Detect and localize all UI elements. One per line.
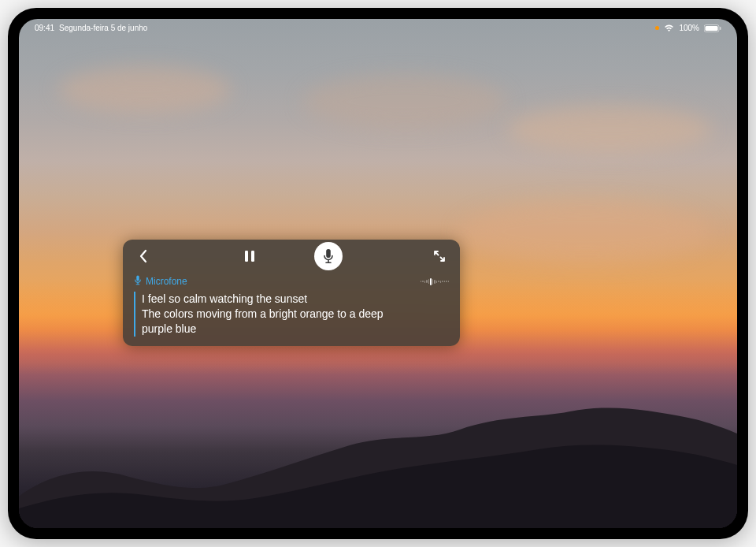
panel-toolbar xyxy=(123,240,460,273)
transcript-line: The colors moving from a bright orange t… xyxy=(142,307,449,322)
expand-button[interactable] xyxy=(430,247,449,266)
audio-waveform-icon xyxy=(421,278,450,285)
pause-button[interactable] xyxy=(240,247,259,266)
location-indicator-icon xyxy=(655,26,659,30)
battery-percentage: 100% xyxy=(679,24,699,32)
battery-icon xyxy=(704,24,721,32)
panel-body: Microfone xyxy=(123,273,460,346)
svg-rect-4 xyxy=(251,251,254,262)
live-captions-panel[interactable]: Microfone xyxy=(123,240,460,346)
transcript-line: I feel so calm watching the sunset xyxy=(142,292,449,307)
status-time: 09:41 xyxy=(35,24,54,32)
wallpaper-mountains xyxy=(19,370,737,528)
svg-rect-2 xyxy=(720,27,721,30)
wifi-icon xyxy=(664,24,674,32)
status-bar: 09:41 Segunda-feira 5 de junho 100% xyxy=(19,24,737,32)
ipad-frame: 09:41 Segunda-feira 5 de junho 100% xyxy=(8,8,748,539)
microphone-icon xyxy=(134,274,142,288)
source-row: Microfone xyxy=(134,274,449,288)
svg-rect-5 xyxy=(326,249,331,258)
home-screen: 09:41 Segunda-feira 5 de junho 100% xyxy=(19,19,737,528)
svg-rect-3 xyxy=(245,251,248,262)
transcript-block: I feel so calm watching the sunset The c… xyxy=(134,292,449,337)
status-date: Segunda-feira 5 de junho xyxy=(59,24,147,32)
svg-rect-1 xyxy=(706,26,718,31)
source-label: Microfone xyxy=(146,276,187,287)
transcript-line: purple blue xyxy=(142,322,449,337)
microphone-button[interactable] xyxy=(314,242,343,270)
back-button[interactable] xyxy=(134,247,153,266)
svg-rect-8 xyxy=(136,276,139,281)
